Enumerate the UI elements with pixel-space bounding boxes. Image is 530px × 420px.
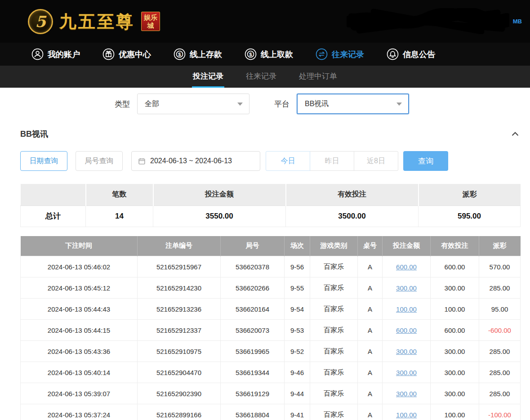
summary-header-valid-bet: 有效投注 bbox=[286, 184, 419, 206]
round-query-button[interactable]: 局号查询 bbox=[76, 151, 123, 171]
nav-item-withdraw[interactable]: $ 线上取款 bbox=[245, 48, 293, 60]
withdraw-coin-icon: $ bbox=[245, 48, 257, 60]
cell-table-no: A bbox=[358, 320, 383, 341]
cell-time: 2024-06-13 05:43:36 bbox=[21, 341, 138, 362]
cell-session: 9-53 bbox=[285, 320, 310, 341]
tab-transfer-records[interactable]: 往来记录 bbox=[245, 66, 277, 88]
cell-session: 9-54 bbox=[285, 299, 310, 320]
bet-amount-link[interactable]: 300.00 bbox=[396, 369, 417, 376]
cell-game: 百家乐 bbox=[310, 383, 358, 404]
cell-valid: 300.00 bbox=[431, 341, 479, 362]
col-payout: 派彩 bbox=[479, 236, 521, 256]
summary-header-blank bbox=[21, 184, 86, 206]
cell-game: 百家乐 bbox=[310, 320, 358, 341]
nav-item-deposit[interactable]: $ 线上存款 bbox=[174, 48, 222, 60]
nav-item-label: 线上取款 bbox=[261, 49, 293, 60]
last-8-days-button[interactable]: 近8日 bbox=[354, 151, 398, 171]
cell-time: 2024-06-13 05:39:07 bbox=[21, 383, 138, 404]
summary-header-bet-amount: 投注金额 bbox=[153, 184, 286, 206]
col-bet-id: 注单编号 bbox=[138, 236, 221, 256]
bet-amount-link[interactable]: 600.00 bbox=[396, 326, 417, 334]
platform-select[interactable]: BB视讯 bbox=[297, 94, 409, 114]
cell-game: 百家乐 bbox=[310, 404, 358, 420]
section-title: BB视讯 bbox=[20, 129, 48, 139]
cell-game: 百家乐 bbox=[310, 277, 358, 299]
table-row: 2024-06-13 05:44:43521652913236536620164… bbox=[21, 299, 521, 320]
tab-processing-orders[interactable]: 处理中订单 bbox=[298, 66, 338, 88]
nav-item-label: 线上存款 bbox=[190, 49, 222, 60]
col-session: 场次 bbox=[285, 236, 310, 256]
bet-amount-link[interactable]: 600.00 bbox=[396, 263, 417, 271]
cell-payout: -100.00 bbox=[479, 404, 521, 420]
cell-session: 9-56 bbox=[285, 256, 310, 277]
cell-time: 2024-06-13 05:44:15 bbox=[21, 320, 138, 341]
cell-time: 2024-06-13 05:40:14 bbox=[21, 362, 138, 383]
collapse-chevron-up-icon[interactable] bbox=[510, 129, 520, 139]
cell-round: 536619965 bbox=[221, 341, 285, 362]
summary-valid-bet: 3500.00 bbox=[286, 206, 419, 227]
bet-records-table: 下注时间 注单编号 局号 场次 游戏类别 桌号 投注金额 有效投注 派彩 202… bbox=[20, 236, 521, 420]
today-button[interactable]: 今日 bbox=[266, 151, 310, 171]
bet-amount-link[interactable]: 100.00 bbox=[396, 305, 417, 313]
type-select-value: 全部 bbox=[145, 99, 159, 109]
cell-valid: 600.00 bbox=[431, 256, 479, 277]
svg-text:$: $ bbox=[249, 52, 252, 57]
mb-label: MB bbox=[513, 18, 522, 25]
platform-filter-label: 平台 bbox=[274, 99, 289, 109]
chevron-down-icon bbox=[237, 103, 243, 106]
bet-table-header-row: 下注时间 注单编号 局号 场次 游戏类别 桌号 投注金额 有效投注 派彩 bbox=[21, 236, 521, 256]
cell-amount: 300.00 bbox=[383, 383, 431, 404]
cell-bet-id: 521652912337 bbox=[138, 320, 221, 341]
cell-round: 536620378 bbox=[221, 256, 285, 277]
date-range-value: 2024-06-13 ~ 2024-06-13 bbox=[150, 157, 232, 165]
search-button[interactable]: 查询 bbox=[403, 151, 448, 171]
svg-text:$: $ bbox=[178, 52, 181, 57]
user-icon bbox=[31, 48, 44, 60]
cell-session: 9-52 bbox=[285, 341, 310, 362]
nav-item-transfer-records[interactable]: 往来记录 bbox=[316, 48, 364, 60]
cell-valid: 600.00 bbox=[431, 320, 479, 341]
cell-game: 百家乐 bbox=[310, 341, 358, 362]
yesterday-button[interactable]: 昨日 bbox=[310, 151, 354, 171]
bet-amount-link[interactable]: 300.00 bbox=[396, 348, 417, 355]
date-range-input[interactable]: 2024-06-13 ~ 2024-06-13 bbox=[131, 151, 260, 171]
cell-game: 百家乐 bbox=[310, 256, 358, 277]
cell-session: 9-44 bbox=[285, 383, 310, 404]
nav-item-label: 信息公告 bbox=[403, 49, 435, 60]
logo-emblem-icon: 5 bbox=[28, 9, 53, 34]
date-query-button[interactable]: 日期查询 bbox=[20, 151, 67, 171]
bet-amount-link[interactable]: 300.00 bbox=[396, 390, 417, 398]
calendar-icon bbox=[138, 157, 146, 165]
cell-bet-id: 521652899166 bbox=[138, 404, 221, 420]
cell-payout: 285.00 bbox=[479, 341, 521, 362]
cell-amount: 600.00 bbox=[383, 320, 431, 341]
col-game-type: 游戏类别 bbox=[310, 236, 358, 256]
cell-game: 百家乐 bbox=[310, 362, 358, 383]
redacted-scribble bbox=[347, 8, 509, 34]
type-select[interactable]: 全部 bbox=[137, 94, 249, 114]
bet-amount-link[interactable]: 100.00 bbox=[396, 411, 417, 419]
record-tabs: 投注记录 往来记录 处理中订单 bbox=[0, 66, 530, 88]
summary-total-label: 总计 bbox=[21, 206, 86, 227]
bell-icon bbox=[387, 48, 399, 60]
cell-valid: 100.00 bbox=[431, 299, 479, 320]
transfer-record-icon bbox=[316, 48, 328, 60]
tab-bet-records[interactable]: 投注记录 bbox=[192, 66, 224, 88]
table-row: 2024-06-13 05:40:14521652904470536619344… bbox=[21, 362, 521, 383]
table-row: 2024-06-13 05:43:36521652910975536619965… bbox=[21, 341, 521, 362]
nav-item-promotions[interactable]: 优惠中心 bbox=[102, 48, 151, 60]
nav-item-announcements[interactable]: 信息公告 bbox=[387, 48, 435, 60]
cell-amount: 300.00 bbox=[383, 341, 431, 362]
bet-amount-link[interactable]: 300.00 bbox=[396, 284, 417, 292]
summary-header-count: 笔数 bbox=[86, 184, 153, 206]
nav-item-my-account[interactable]: 我的账户 bbox=[31, 48, 80, 60]
main-content: BB视讯 日期查询 局号查询 2024-06-13 ~ 2024-06-13 今… bbox=[0, 129, 530, 420]
cell-bet-id: 521652915967 bbox=[138, 256, 221, 277]
site-logo[interactable]: 5 九五至尊 娱乐城 bbox=[28, 9, 160, 34]
cell-bet-id: 521652914230 bbox=[138, 277, 221, 299]
nav-item-label: 我的账户 bbox=[48, 49, 80, 60]
table-row: 2024-06-13 05:45:12521652914230536620266… bbox=[21, 277, 521, 299]
cell-table-no: A bbox=[358, 256, 383, 277]
section-header: BB视讯 bbox=[20, 129, 520, 139]
cell-amount: 300.00 bbox=[383, 277, 431, 299]
